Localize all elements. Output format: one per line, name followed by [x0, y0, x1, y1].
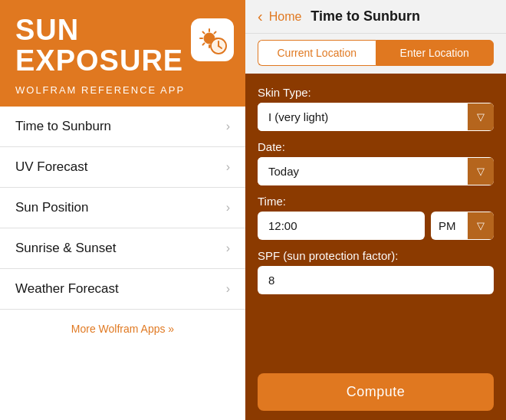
svg-line-8 [203, 43, 205, 44]
menu-item-time-to-sunburn[interactable]: Time to Sunburn › [0, 107, 245, 147]
form-area: Skin Type: I (very light) ▽ Date: Today … [245, 74, 506, 364]
menu-item-label: Time to Sunburn [15, 119, 111, 134]
svg-point-13 [218, 45, 219, 47]
skin-type-label: Skin Type: [258, 86, 494, 99]
menu-item-sun-position[interactable]: Sun Position › [0, 188, 245, 228]
date-label: Date: [258, 140, 494, 153]
menu-item-label: Weather Forecast [15, 281, 119, 297]
more-apps-item: More Wolfram Apps » [0, 310, 245, 348]
ampm-select[interactable]: PM ▽ [431, 212, 494, 240]
menu-item-label: UV Forecast [15, 159, 87, 175]
app-icon [191, 18, 234, 61]
spf-field: SPF (sun protection factor): [258, 249, 494, 294]
back-label[interactable]: Home [269, 10, 302, 24]
chevron-icon: › [226, 241, 230, 255]
skin-type-dropdown-icon[interactable]: ▽ [468, 103, 494, 130]
skin-type-field: Skin Type: I (very light) ▽ [258, 86, 494, 131]
menu-list: Time to Sunburn › UV Forecast › Sun Posi… [0, 107, 245, 420]
chevron-icon: › [226, 201, 230, 215]
spf-input[interactable] [258, 266, 494, 294]
menu-item-sunrise-sunset[interactable]: Sunrise & Sunset › [0, 228, 245, 269]
menu-item-label: Sunrise & Sunset [15, 241, 116, 256]
ampm-value: PM [431, 212, 468, 240]
more-apps-link[interactable]: More Wolfram Apps » [71, 323, 174, 335]
compute-button[interactable]: Compute [258, 373, 494, 411]
time-row: PM ▽ [258, 212, 494, 240]
title-block: SUN EXPOSURE [15, 15, 183, 77]
back-arrow-icon[interactable]: ‹ [258, 8, 263, 25]
date-value: Today [258, 157, 468, 185]
time-input[interactable] [258, 212, 425, 240]
spf-label: SPF (sun protection factor): [258, 249, 494, 262]
menu-item-label: Sun Position [15, 200, 88, 215]
app-title: SUN EXPOSURE [15, 15, 183, 77]
menu-item-weather-forecast[interactable]: Weather Forecast › [0, 269, 245, 310]
skin-type-select[interactable]: I (very light) ▽ [258, 103, 494, 131]
date-select[interactable]: Today ▽ [258, 157, 494, 185]
tab-current-location[interactable]: Current Location [258, 40, 376, 66]
app-icon-svg [196, 23, 229, 57]
chevron-icon: › [226, 120, 230, 133]
compute-bar: Compute [245, 364, 506, 420]
svg-line-7 [215, 32, 216, 34]
right-header: ‹ Home Time to Sunburn [245, 0, 506, 34]
right-panel: ‹ Home Time to Sunburn Current Location … [245, 0, 506, 420]
time-field: Time: PM ▽ [258, 195, 494, 240]
menu-item-uv-forecast[interactable]: UV Forecast › [0, 147, 245, 188]
app-subtitle: WOLFRAM REFERENCE APP [0, 84, 245, 107]
date-field: Date: Today ▽ [258, 140, 494, 185]
date-dropdown-icon[interactable]: ▽ [468, 158, 494, 185]
chevron-icon: › [226, 160, 230, 174]
logo-area: SUN EXPOSURE [0, 0, 245, 84]
ampm-dropdown-icon[interactable]: ▽ [468, 212, 494, 239]
skin-type-value: I (very light) [258, 103, 468, 131]
chevron-icon: › [226, 282, 230, 296]
time-label: Time: [258, 195, 494, 208]
tab-bar: Current Location Enter Location [245, 34, 506, 74]
tab-enter-location[interactable]: Enter Location [376, 40, 495, 66]
svg-line-5 [203, 32, 205, 34]
left-panel: SUN EXPOSURE [0, 0, 245, 420]
page-title: Time to Sunburn [310, 8, 420, 25]
